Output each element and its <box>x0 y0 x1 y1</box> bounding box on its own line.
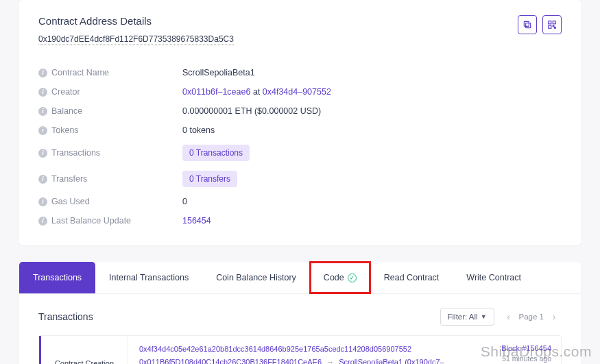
last-balance-link[interactable]: 156454 <box>182 216 211 226</box>
creator-tx-link[interactable]: 0x4f34d4–907552 <box>263 87 331 97</box>
tx-type: Contract Creation <box>55 359 114 364</box>
label-gas-used: iGas Used <box>38 197 182 206</box>
svg-rect-5 <box>553 25 554 27</box>
value-creator: 0x011b6f–1ceae6 at 0x4f34d4–907552 <box>182 87 331 97</box>
tab-internal-transactions[interactable]: Internal Transactions <box>95 262 202 293</box>
contract-address[interactable]: 0x190dc7dEE4dcf8Fd112F6D7735389675833Da5… <box>38 34 234 45</box>
value-tokens: 0 tokens <box>182 125 215 135</box>
chevron-down-icon: ▼ <box>481 313 487 320</box>
label-creator: iCreator <box>38 87 182 97</box>
info-icon: i <box>38 69 47 77</box>
tab-coin-balance-history[interactable]: Coin Balance History <box>202 262 310 293</box>
label-contract-name: iContract Name <box>38 68 182 77</box>
info-icon: i <box>38 175 47 184</box>
info-icon: i <box>38 149 47 158</box>
page-label: Page 1 <box>519 313 544 321</box>
tabs-panel: Transactions Internal Transactions Coin … <box>19 262 581 364</box>
label-transfers: iTransfers <box>38 174 182 184</box>
label-tokens: iTokens <box>38 125 182 135</box>
tab-transactions[interactable]: Transactions <box>19 262 95 293</box>
tx-block-link[interactable]: Block #156454 <box>488 344 551 352</box>
info-icon: i <box>38 217 47 226</box>
transactions-badge[interactable]: 0 Transactions <box>182 145 250 161</box>
value-contract-name: ScrollSepoliaBeta1 <box>182 68 255 77</box>
svg-rect-1 <box>524 21 529 26</box>
tab-write-contract[interactable]: Write Contract <box>453 262 535 293</box>
label-last-balance: iLast Balance Update <box>38 216 182 226</box>
transfers-badge[interactable]: 0 Transfers <box>182 171 237 187</box>
svg-rect-0 <box>526 23 531 28</box>
svg-rect-2 <box>549 21 551 24</box>
prev-page-button[interactable]: ‹ <box>501 309 516 324</box>
qr-button[interactable] <box>542 15 562 34</box>
next-page-button[interactable]: › <box>547 309 562 324</box>
info-icon: i <box>38 126 47 135</box>
info-icon: i <box>38 197 47 206</box>
tab-read-contract[interactable]: Read Contract <box>370 262 453 293</box>
page-title: Contract Address Details <box>38 15 234 27</box>
value-balance: 0.000000001 ETH ($0.000002 USD) <box>182 106 321 116</box>
creator-address-link[interactable]: 0x011b6f–1ceae6 <box>182 87 250 97</box>
contract-details-card: Contract Address Details 0x190dc7dEE4dcf… <box>19 0 581 245</box>
info-icon: i <box>38 107 47 116</box>
svg-rect-4 <box>549 25 551 28</box>
copy-button[interactable] <box>518 15 537 34</box>
value-gas-used: 0 <box>182 197 187 206</box>
tx-hash-link[interactable]: 0x4f34d4c05e42e61a20b81dcc3614d8646b925e… <box>139 345 411 353</box>
tx-time: 51 minutes ago <box>488 354 551 363</box>
svg-rect-6 <box>555 27 556 29</box>
label-transactions: iTransactions <box>38 148 182 158</box>
verified-check-icon <box>348 274 357 282</box>
tx-from-link[interactable]: 0x011B6f5D108d40C14cb26C30B136FF18401CeA… <box>139 358 322 364</box>
label-balance: iBalance <box>38 106 182 116</box>
filter-button[interactable]: Filter: All ▼ <box>440 308 494 326</box>
info-icon: i <box>38 88 47 97</box>
svg-rect-3 <box>553 21 555 24</box>
transactions-title: Transactions <box>38 311 93 322</box>
transaction-row: Contract Creation Success 0x4f34d4c05e42… <box>38 335 562 364</box>
tab-code[interactable]: Code <box>310 262 370 293</box>
arrow-icon: → <box>326 358 334 364</box>
